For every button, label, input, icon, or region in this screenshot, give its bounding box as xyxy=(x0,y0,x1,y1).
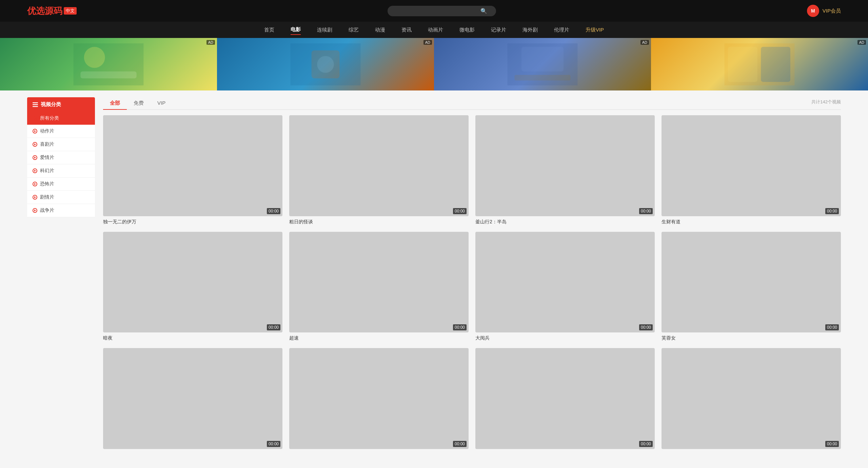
video-thumb-4: 00:00 xyxy=(103,232,282,333)
video-thumb-2: 00:00 xyxy=(475,115,655,216)
video-card-2[interactable]: 00:00 釜山行2：半岛 xyxy=(475,115,655,225)
svg-rect-2 xyxy=(80,71,136,78)
nav-item-upgrade[interactable]: 升级VIP xyxy=(586,25,604,35)
svg-rect-0 xyxy=(74,43,144,85)
ad-banner: AD AD AD AD xyxy=(0,38,868,90)
nav-item-movie[interactable]: 电影 xyxy=(291,25,301,35)
video-card-10[interactable]: 00:00 xyxy=(475,348,655,452)
video-title-7: 芙蓉女 xyxy=(662,335,841,341)
video-thumb-7: 00:00 xyxy=(662,232,841,333)
sidebar-item-action-label: 动作片 xyxy=(40,128,54,134)
svg-point-1 xyxy=(84,47,105,68)
nav-item-documentary[interactable]: 记录片 xyxy=(491,25,506,35)
search-input[interactable] xyxy=(392,8,480,14)
search-icon[interactable]: 🔍 xyxy=(480,8,487,14)
video-grid: 00:00 独一无二的伊万 00:00 粗日的怪谈 00:00 釜山行2：半岛 … xyxy=(103,115,841,452)
ad-image-1 xyxy=(22,43,195,85)
video-card-4[interactable]: 00:00 暗夜 xyxy=(103,232,282,342)
video-duration-7: 00:00 xyxy=(825,324,839,330)
svg-rect-14 xyxy=(33,106,38,107)
video-title-4: 暗夜 xyxy=(103,335,282,341)
nav-item-overseas[interactable]: 海外剧 xyxy=(522,25,538,35)
video-card-5[interactable]: 00:00 超速 xyxy=(289,232,469,342)
svg-rect-7 xyxy=(521,47,564,71)
logo-text: 优选源码 xyxy=(27,5,62,17)
video-duration-3: 00:00 xyxy=(825,208,839,214)
sidebar-item-romance[interactable]: 爱情片 xyxy=(27,151,95,164)
nav-item-shortfilm[interactable]: 微电影 xyxy=(459,25,475,35)
sidebar-item-drama-label: 剧情片 xyxy=(40,194,54,200)
ad-image-2 xyxy=(239,43,412,85)
video-card-9[interactable]: 00:00 xyxy=(289,348,469,452)
video-title-0: 独一无二的伊万 xyxy=(103,219,282,225)
ad-label-3: AD xyxy=(640,40,649,45)
video-thumb-6: 00:00 xyxy=(475,232,655,333)
svg-rect-13 xyxy=(33,104,38,105)
ad-slot-3[interactable]: AD xyxy=(434,38,651,90)
video-duration-1: 00:00 xyxy=(453,208,467,214)
ad-slot-4[interactable]: AD xyxy=(651,38,868,90)
video-thumb-1: 00:00 xyxy=(289,115,469,216)
video-card-7[interactable]: 00:00 芙蓉女 xyxy=(662,232,841,342)
svg-point-5 xyxy=(317,56,334,73)
video-card-0[interactable]: 00:00 独一无二的伊万 xyxy=(103,115,282,225)
video-title-2: 釜山行2：半岛 xyxy=(475,219,655,225)
logo[interactable]: 优选源码 中文 xyxy=(27,5,77,17)
nav-item-ethics[interactable]: 伦理片 xyxy=(554,25,569,35)
video-duration-5: 00:00 xyxy=(453,324,467,330)
nav-item-series[interactable]: 连续剧 xyxy=(317,25,332,35)
video-card-11[interactable]: 00:00 xyxy=(662,348,841,452)
avatar: M xyxy=(807,5,819,17)
ad-slot-1[interactable]: AD xyxy=(0,38,217,90)
video-duration-8: 00:00 xyxy=(267,441,280,447)
nav-item-cartoon[interactable]: 动画片 xyxy=(428,25,443,35)
video-duration-11: 00:00 xyxy=(825,441,839,447)
tab-vip[interactable]: VIP xyxy=(151,97,172,110)
sidebar-item-drama[interactable]: 剧情片 xyxy=(27,191,95,204)
ad-slot-2[interactable]: AD xyxy=(217,38,434,90)
video-thumb-3: 00:00 xyxy=(662,115,841,216)
nav-item-variety[interactable]: 综艺 xyxy=(349,25,359,35)
video-title-3: 生财有道 xyxy=(662,219,841,225)
video-card-8[interactable]: 00:00 xyxy=(103,348,282,452)
sidebar-item-action[interactable]: 动作片 xyxy=(27,125,95,138)
video-thumb-5: 00:00 xyxy=(289,232,469,333)
nav-item-home[interactable]: 首页 xyxy=(264,25,274,35)
search-bar[interactable]: 🔍 xyxy=(388,6,496,16)
video-title-5: 超速 xyxy=(289,335,469,341)
main-content: 视频分类 所有分类 动作片 喜剧片 爱情片 科幻片 恐怖片 剧情片 xyxy=(0,90,868,459)
ad-image-4 xyxy=(673,43,846,85)
video-thumb-9: 00:00 xyxy=(289,348,469,449)
sidebar-all-categories[interactable]: 所有分类 xyxy=(27,112,95,125)
sidebar-item-war[interactable]: 战争片 xyxy=(27,204,95,217)
video-duration-2: 00:00 xyxy=(639,208,653,214)
video-card-3[interactable]: 00:00 生财有道 xyxy=(662,115,841,225)
tab-all[interactable]: 全部 xyxy=(103,97,127,110)
sidebar-all-label: 所有分类 xyxy=(40,115,59,121)
video-duration-0: 00:00 xyxy=(267,208,280,214)
user-area[interactable]: M VIP会员 xyxy=(807,5,841,17)
video-duration-9: 00:00 xyxy=(453,441,467,447)
video-card-6[interactable]: 00:00 大阅兵 xyxy=(475,232,655,342)
sidebar-item-comedy-label: 喜剧片 xyxy=(40,141,54,147)
sidebar-item-scifi[interactable]: 科幻片 xyxy=(27,164,95,178)
play-icon-war xyxy=(33,208,37,213)
main-nav: 首页 电影 连续剧 综艺 动漫 资讯 动画片 微电影 记录片 海外剧 伦理片 升… xyxy=(0,22,868,38)
sidebar-title: 视频分类 xyxy=(41,101,61,108)
total-count: 共计142个视频 xyxy=(811,99,841,105)
vip-label: VIP会员 xyxy=(823,8,841,14)
svg-rect-12 xyxy=(33,102,38,103)
sidebar-item-war-label: 战争片 xyxy=(40,207,54,213)
video-card-1[interactable]: 00:00 粗日的怪谈 xyxy=(289,115,469,225)
play-icon-all xyxy=(33,116,37,121)
sidebar-item-comedy[interactable]: 喜剧片 xyxy=(27,138,95,151)
sidebar-item-horror[interactable]: 恐怖片 xyxy=(27,178,95,191)
nav-item-news[interactable]: 资讯 xyxy=(401,25,412,35)
svg-rect-8 xyxy=(514,75,570,81)
video-duration-10: 00:00 xyxy=(639,441,653,447)
svg-rect-10 xyxy=(728,47,757,82)
video-thumb-8: 00:00 xyxy=(103,348,282,449)
nav-item-anime[interactable]: 动漫 xyxy=(375,25,385,35)
sidebar-item-romance-label: 爱情片 xyxy=(40,155,54,161)
tab-free[interactable]: 免费 xyxy=(127,97,151,110)
